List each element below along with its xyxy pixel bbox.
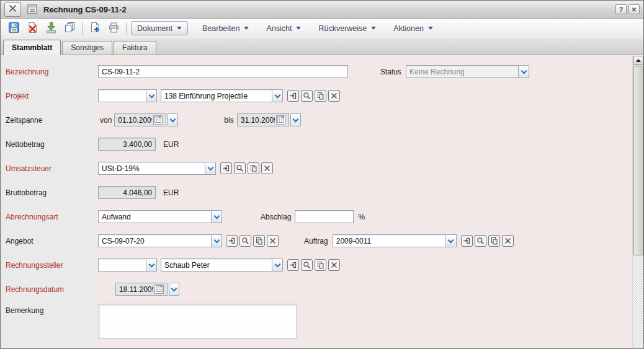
row-bruttobetrag: Bruttobetrag EUR <box>1 180 643 205</box>
bis-date-input[interactable] <box>238 116 276 125</box>
goto-button[interactable] <box>461 235 473 247</box>
copy-button[interactable] <box>488 235 500 247</box>
scrollbar-thumb[interactable] <box>633 66 643 255</box>
scrollbar-track[interactable] <box>633 256 643 348</box>
rechnungsdatum-input[interactable] <box>116 285 154 294</box>
tab-bar: Stammblatt Sonstiges Faktura <box>1 38 643 55</box>
chevron-down-icon <box>177 27 182 30</box>
chevron-down-icon <box>146 90 156 102</box>
projekt-select[interactable]: 138 Einführung Projectile <box>161 89 283 102</box>
projekt-filter-select[interactable] <box>98 89 157 102</box>
von-date-dropdown-button[interactable] <box>168 113 178 126</box>
tab-sonstiges[interactable]: Sonstiges <box>62 41 112 55</box>
menu-ansicht[interactable]: Ansicht <box>261 21 306 35</box>
von-calendar-button[interactable] <box>153 115 163 125</box>
chevron-down-icon <box>272 259 282 271</box>
goto-button[interactable] <box>226 235 238 247</box>
menu-rueckverweise[interactable]: Rückverweise <box>313 21 382 35</box>
search-icon <box>303 92 311 100</box>
goto-icon <box>463 237 471 245</box>
bruttobetrag-label: Bruttobetrag <box>1 188 94 197</box>
menu-bearbeiten[interactable]: Bearbeiten <box>197 21 254 35</box>
copy-icon <box>490 237 498 245</box>
copy-icon <box>64 22 76 35</box>
invoice-document-icon <box>27 4 37 14</box>
row-zeitspanne: Zeitspanne von bis <box>1 108 643 132</box>
bis-date-dropdown-button[interactable] <box>290 113 301 126</box>
bruttobetrag-currency: EUR <box>163 188 179 197</box>
chevron-down-icon <box>296 27 301 30</box>
close-icon <box>8 4 17 15</box>
clear-icon <box>330 92 338 100</box>
tab-faktura[interactable]: Faktura <box>114 41 156 55</box>
chevron-down-icon <box>211 211 221 223</box>
projekt-label: Projekt <box>1 92 94 100</box>
rechnungssteller-filter-select[interactable] <box>98 258 157 272</box>
search-button[interactable] <box>239 235 251 247</box>
delete-document-button[interactable] <box>24 20 40 37</box>
close-window-button[interactable] <box>4 2 21 17</box>
copy-document-button[interactable] <box>61 20 78 37</box>
auftrag-select[interactable]: 2009-0011 <box>333 234 457 247</box>
goto-icon <box>289 92 297 100</box>
menu-aktionen[interactable]: Aktionen <box>388 21 439 35</box>
search-button[interactable] <box>475 235 486 247</box>
nettobetrag-input[interactable] <box>98 138 156 151</box>
chevron-down-icon <box>518 66 529 77</box>
abrechnungsart-select[interactable]: Aufwand <box>98 210 222 223</box>
goto-icon <box>289 261 297 269</box>
row-bemerkung: Bemerkung <box>1 301 643 338</box>
angebot-select[interactable]: CS-09-07-20 <box>98 234 222 247</box>
save-button[interactable] <box>6 20 22 37</box>
bruttobetrag-input[interactable] <box>98 186 156 199</box>
help-button[interactable]: ? <box>615 4 627 14</box>
chevron-down-icon <box>244 27 249 30</box>
row-abrechnungsart: Abrechnungsart Aufwand Abschlag % <box>1 205 643 229</box>
chevron-down-icon <box>371 27 376 30</box>
angebot-label: Angebot <box>1 237 94 245</box>
menu-dokument[interactable]: Dokument <box>131 21 188 35</box>
clear-button[interactable] <box>502 235 514 247</box>
delete-document-icon <box>27 22 38 35</box>
clear-button[interactable] <box>328 90 340 102</box>
auftrag-label: Auftrag <box>304 237 328 245</box>
abschlag-input[interactable] <box>295 210 354 223</box>
goto-button[interactable] <box>287 90 299 102</box>
umsatzsteuer-select[interactable]: USt-D-19% <box>98 162 216 175</box>
search-button[interactable] <box>301 259 313 271</box>
bemerkung-textarea[interactable] <box>99 304 297 338</box>
rechnungssteller-label: Rechnungssteller <box>1 261 94 270</box>
search-button[interactable] <box>234 162 246 174</box>
search-icon <box>476 237 485 245</box>
chevron-down-icon <box>205 162 215 174</box>
abschlag-unit: % <box>358 213 365 221</box>
print-button[interactable] <box>105 20 122 37</box>
close-dialog-button[interactable]: ✕ <box>628 4 640 14</box>
new-document-button[interactable] <box>87 20 103 37</box>
search-button[interactable] <box>301 90 313 102</box>
tab-stammblatt[interactable]: Stammblatt <box>3 40 61 55</box>
copy-icon <box>255 237 263 245</box>
scroll-up-button[interactable] <box>633 56 643 65</box>
rechnungsdatum-dropdown-button[interactable] <box>169 283 179 296</box>
nettobetrag-currency: EUR <box>163 140 179 149</box>
clear-button[interactable] <box>267 235 279 247</box>
clear-button[interactable] <box>261 162 273 174</box>
copy-button[interactable] <box>253 235 265 247</box>
copy-button[interactable] <box>315 90 326 102</box>
copy-button[interactable] <box>248 162 259 174</box>
status-select[interactable]: Keine Rechnung <box>406 65 529 78</box>
rechnungssteller-field-buttons <box>287 259 342 271</box>
form-content: Bezeichnung Status Keine Rechnung Projek… <box>1 55 643 348</box>
von-date-input[interactable] <box>115 116 153 125</box>
copy-button[interactable] <box>315 259 326 271</box>
rechnungsdatum-calendar-button[interactable] <box>154 285 164 294</box>
import-button[interactable] <box>43 20 59 37</box>
bezeichnung-input[interactable] <box>98 65 348 78</box>
goto-button[interactable] <box>287 259 299 271</box>
clear-button[interactable] <box>328 259 340 271</box>
vertical-scrollbar[interactable] <box>632 55 643 348</box>
rechnungssteller-select[interactable]: Schaub Peter <box>161 258 283 272</box>
goto-button[interactable] <box>220 162 232 174</box>
bis-calendar-button[interactable] <box>276 115 285 125</box>
